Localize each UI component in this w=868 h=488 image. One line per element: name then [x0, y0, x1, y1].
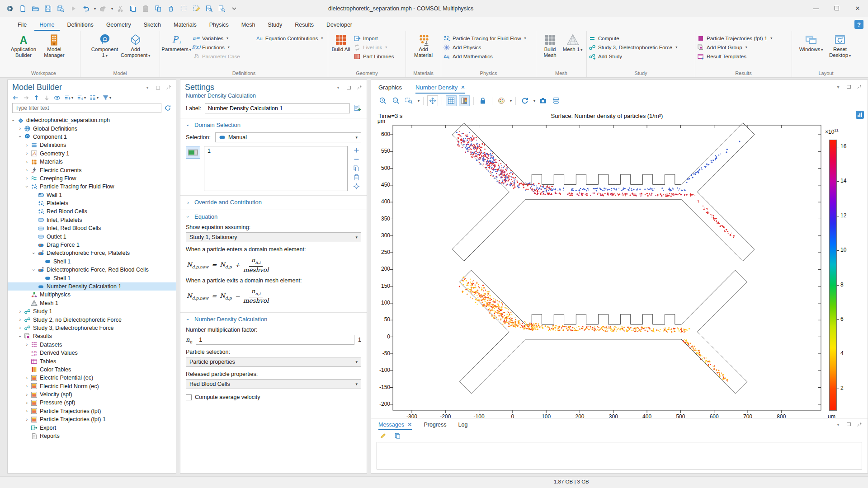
open-file-icon[interactable] [30, 3, 41, 14]
new-file-icon[interactable] [17, 3, 28, 14]
move-down-icon[interactable] [43, 94, 50, 101]
menu-tab-sketch[interactable]: Sketch [139, 20, 166, 31]
tree-item[interactable]: Mesh 1 [8, 299, 176, 307]
expand-closed-icon[interactable]: › [24, 384, 30, 389]
tree-item[interactable]: Outlet 1 [8, 232, 176, 240]
messages-output[interactable] [377, 442, 862, 469]
plot-canvas[interactable]: Time=3 s Surface: Number density of part… [371, 108, 868, 418]
save-icon[interactable] [42, 3, 53, 14]
menu-tab-mesh[interactable]: Mesh [236, 20, 260, 31]
menu-tab-file[interactable]: File [13, 20, 32, 31]
nav-forward-icon[interactable] [23, 94, 29, 101]
application-builder-button[interactable]: A Application Builder [9, 32, 38, 58]
tree-item[interactable]: ›Creeping Flow [8, 174, 176, 183]
selection-add-icon[interactable] [353, 147, 360, 154]
zoom-box-icon[interactable] [404, 95, 415, 106]
tree-item[interactable]: ›Pressure (spf) [8, 399, 176, 407]
float-panel-icon[interactable] [845, 421, 852, 427]
collapse-all-icon[interactable]: ▾ [64, 94, 73, 101]
particle-tracing-button[interactable]: Particle Tracing for Fluid Flow▾ [443, 34, 534, 42]
expand-closed-icon[interactable]: › [24, 160, 30, 164]
collapse-caret-icon[interactable]: ▾ [144, 84, 151, 91]
add-mathematics-button[interactable]: ΔuAdd Mathematics [443, 52, 534, 60]
expand-closed-icon[interactable]: › [24, 143, 30, 148]
colorbar-toggle-icon[interactable] [459, 95, 470, 106]
windows-button[interactable]: Windows▾ [798, 32, 824, 53]
move-up-icon[interactable] [33, 94, 40, 101]
tree-item[interactable]: ›Dielectrophoretic Force, Red Blood Cell… [8, 266, 176, 274]
equation-header[interactable]: ›Equation [186, 213, 361, 220]
menu-tab-developer[interactable]: Developer [321, 20, 357, 31]
component-1-button[interactable]: Ω Component 1▾ [90, 32, 119, 59]
model-tree-icon[interactable]: ▾ [90, 94, 99, 101]
pin-icon[interactable] [165, 84, 171, 91]
menu-tab-physics[interactable]: Physics [204, 20, 234, 31]
expand-open-icon[interactable]: › [31, 267, 36, 273]
tree-item[interactable]: Export [8, 423, 176, 432]
tree-item[interactable]: Red Blood Cells [8, 207, 176, 216]
menu-tab-results[interactable]: Results [290, 20, 319, 31]
expand-closed-icon[interactable]: › [24, 342, 30, 347]
expand-open-icon[interactable]: › [18, 333, 23, 339]
copy-messages-icon[interactable] [392, 430, 403, 441]
selection-list-item[interactable]: 1 [208, 148, 344, 154]
add-material-button[interactable]: Add Material [410, 32, 437, 58]
tree-item[interactable]: ›Study 1 [8, 307, 176, 315]
graphics-tab-number-density[interactable]: Number Density✕ [415, 84, 465, 94]
result-templates-button[interactable]: Result Templates [697, 52, 790, 60]
tree-item[interactable]: ›Particle Tracing for Fluid Flow [8, 183, 176, 191]
grid-icon[interactable] [446, 95, 457, 106]
zoom-extents-icon[interactable] [427, 95, 438, 106]
menu-tab-geometry[interactable]: Geometry [101, 20, 136, 31]
expand-open-icon[interactable]: › [31, 250, 36, 256]
menu-tab-definitions[interactable]: Definitions [62, 20, 99, 31]
float-panel-icon[interactable] [155, 84, 161, 91]
domain-selection-list[interactable]: 1 [204, 146, 348, 191]
close-tab-icon[interactable]: ✕ [407, 421, 412, 428]
tree-item[interactable]: ›ΩComponent 1 [8, 133, 176, 141]
tree-item[interactable]: ›Study 2, no Dielectrophoretic Force [8, 315, 176, 324]
float-panel-icon[interactable] [845, 84, 852, 90]
tree-item[interactable]: Inlet, Red Blood Cells [8, 224, 176, 232]
expand-closed-icon[interactable]: › [24, 151, 30, 156]
reset-desktop-button[interactable]: Reset Desktop▾ [826, 32, 854, 59]
tree-item[interactable]: ›dielectrophoretic_separation.mph [8, 116, 176, 124]
zoom-out-icon[interactable] [391, 95, 401, 106]
selection-copy-icon[interactable] [353, 165, 360, 172]
messages-tab-log[interactable]: Log [458, 422, 468, 430]
mesh-1-button[interactable]: Mesh 1▾ [562, 32, 583, 53]
domain-selection-header[interactable]: ›Domain Selection [186, 122, 361, 128]
paste-icon[interactable] [140, 3, 151, 14]
float-panel-icon[interactable] [345, 84, 352, 91]
tree-item[interactable]: Shell 1 [8, 258, 176, 266]
tree-item[interactable]: ›+Electric Currents [8, 166, 176, 174]
particle-trajectories-button[interactable]: Particle Trajectories (fpt) 1▾ [697, 34, 790, 42]
model-manager-button[interactable]: Model Manager [40, 32, 69, 58]
tree-filter-input[interactable] [12, 103, 161, 113]
run-icon[interactable] [68, 3, 79, 14]
pin-icon[interactable] [356, 84, 362, 91]
expand-all-icon[interactable]: ▾ [77, 94, 86, 101]
expand-closed-icon[interactable]: › [24, 375, 30, 380]
tree-item[interactable]: ›Particle Trajectories (fpt) 1 [8, 415, 176, 423]
tree-item[interactable]: Drag Force 1 [8, 241, 176, 249]
expand-closed-icon[interactable]: › [24, 392, 30, 397]
collapse-caret-icon[interactable]: ▾ [835, 421, 841, 427]
collapse-caret-icon[interactable]: ▾ [835, 84, 841, 90]
build-all-button[interactable]: Build All [330, 32, 352, 52]
functions-button[interactable]: f(x)Functions▾ [193, 43, 254, 51]
add-plot-group-button[interactable]: Add Plot Group▾ [697, 43, 790, 51]
override-header[interactable]: ›Override and Contribution [186, 199, 361, 206]
expand-closed-icon[interactable]: › [24, 400, 30, 405]
tree-item[interactable]: ›Particle Trajectories (fpt) [8, 407, 176, 415]
graphics-tab-graphics[interactable]: Graphics [378, 84, 402, 94]
add-component-button[interactable]: Add Component▾ [121, 32, 150, 59]
tree-item[interactable]: Number Density Calculation 1 [8, 282, 176, 291]
overflow-icon[interactable] [229, 3, 240, 14]
show-icon[interactable] [54, 94, 61, 101]
particle-selection-dropdown[interactable]: Particle properties▾ [186, 357, 361, 367]
edit-frame-icon[interactable] [191, 3, 202, 14]
search-doc-icon[interactable] [216, 3, 227, 14]
expand-closed-icon[interactable]: › [17, 317, 23, 322]
menu-tab-materials[interactable]: Materials [169, 20, 202, 31]
